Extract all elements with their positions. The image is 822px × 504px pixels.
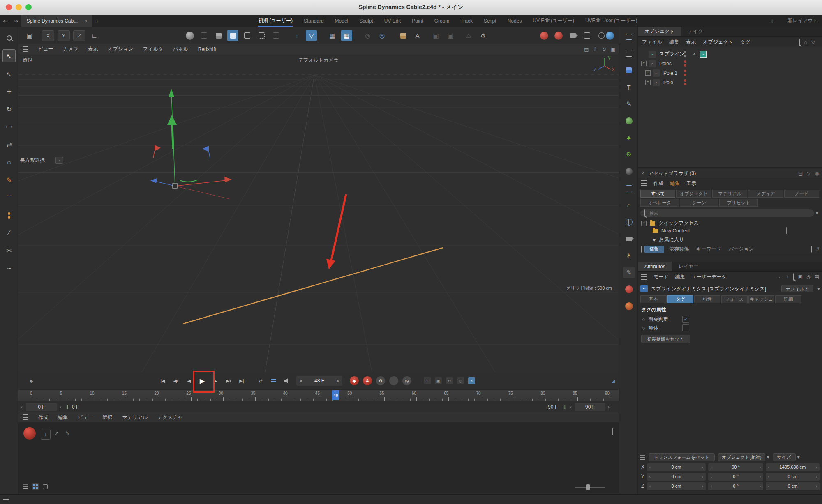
tweak-tool-icon[interactable]: ↖ (3, 68, 15, 80)
move-tool-icon[interactable]: + (3, 85, 15, 98)
render-view-icon[interactable] (184, 30, 195, 41)
range-end-increment-icon[interactable]: › (608, 403, 610, 411)
attr-tab-basic[interactable]: 基本 (640, 295, 667, 303)
object-mode-icon[interactable] (227, 30, 238, 41)
asset-folder-label[interactable]: お気に入り (659, 236, 684, 243)
ab-target-icon[interactable]: ◎ (815, 170, 819, 176)
material-menu-icon[interactable] (23, 414, 28, 420)
material-link-icon[interactable]: ↗ (55, 430, 59, 436)
menu-display[interactable]: 表示 (88, 46, 98, 53)
decrement-icon[interactable]: ‹ (766, 474, 772, 479)
object-row-spline[interactable]: ~ スプライン ✓ ~ (638, 49, 822, 59)
search-dropdown-icon[interactable]: ▾ (814, 210, 820, 216)
viewport-dock-icon[interactable]: ⇩ (593, 46, 598, 52)
rotation-x-field[interactable]: ‹ 90 ° › (708, 463, 763, 471)
rotate-tool-icon[interactable]: ↻ (3, 103, 15, 115)
set-transform-button[interactable]: トランスフォームをセット (649, 453, 715, 461)
edges-mode-icon[interactable] (256, 30, 267, 41)
axis-y-button[interactable]: Y (58, 30, 70, 41)
timeline-ruler[interactable]: 0 5 10 15 20 25 30 35 40 45 50 55 60 65 … (18, 389, 619, 401)
layout-tab-uvedit[interactable]: UV Edit (384, 15, 401, 27)
ab-tab-objects[interactable]: オブジェクト (676, 190, 711, 198)
light-object-icon[interactable]: ☀ (623, 250, 635, 261)
om-menu-tags[interactable]: タグ (740, 39, 750, 46)
menu-filter[interactable]: フィルタ (143, 46, 163, 53)
rigid-checkbox[interactable] (682, 324, 689, 331)
generator-gear-icon[interactable]: ⚙ (623, 149, 635, 160)
layout-tab-nodes[interactable]: Nodes (508, 15, 522, 27)
next-frame-button[interactable]: ▶ (210, 375, 221, 386)
attr-tab-tag[interactable]: タグ (667, 295, 694, 303)
ab-menu-edit[interactable]: 編集 (670, 180, 680, 187)
decrement-icon[interactable]: ‹ (647, 484, 653, 488)
live-selection-tool-icon[interactable]: ↖ (2, 49, 16, 62)
render-visibility-dot[interactable] (684, 64, 686, 67)
attr-tab-forces[interactable]: フォース (721, 295, 748, 303)
material-red-icon[interactable] (623, 283, 635, 295)
spline-pen-icon[interactable]: ✎ (3, 174, 15, 186)
asset-tree-row[interactable]: ♥ お気に入り (653, 236, 684, 243)
mini-timeline-button[interactable] (268, 375, 279, 386)
model-mode-icon[interactable] (213, 30, 224, 41)
menu-panel[interactable]: パネル (173, 46, 188, 53)
transform-menu-icon[interactable] (640, 455, 645, 460)
close-tab-icon[interactable]: × (84, 18, 87, 24)
preset-dropdown-icon[interactable]: ▾ (817, 286, 820, 292)
material-list-view-icon[interactable] (22, 483, 29, 490)
decrement-icon[interactable]: ‹ (766, 465, 772, 469)
viewport-reset-icon[interactable]: ↻ (602, 46, 606, 52)
object-name[interactable]: Pole (663, 80, 673, 85)
increment-icon[interactable]: › (757, 484, 763, 488)
expand-icon[interactable]: + (641, 61, 647, 66)
viewport-menu-icon[interactable] (23, 46, 28, 52)
lock-x-icon[interactable]: ▣ (430, 30, 441, 41)
record-position-icon[interactable]: + (424, 377, 431, 384)
size-dropdown[interactable]: サイズ (773, 453, 796, 461)
om-menu-objects[interactable]: オブジェクト (703, 39, 733, 46)
new-layout-button[interactable]: 新レイアウト (788, 15, 818, 27)
spline-dynamics-tag-icon[interactable]: ~ (700, 51, 707, 58)
status-menu-icon[interactable] (3, 497, 9, 502)
axis-modify-icon[interactable]: A (412, 30, 423, 41)
menu-redshift[interactable]: Redshift (198, 46, 216, 52)
increment-icon[interactable]: › (757, 474, 763, 479)
camera-label[interactable]: デフォルトカメラ (18, 57, 619, 64)
current-frame-field[interactable]: ◀ 48 F ▶ (296, 376, 342, 386)
material-manager[interactable]: + ↗ ✎ (18, 422, 619, 493)
search-input[interactable] (649, 210, 811, 216)
decrement-icon[interactable]: ‹ (708, 474, 714, 479)
ab-hash-icon[interactable]: # (816, 246, 819, 252)
minimize-window-button[interactable] (16, 4, 22, 10)
thumbnail-size-handle[interactable] (586, 484, 590, 490)
scale-tool-icon[interactable]: ⤢ (0, 118, 18, 136)
om-filter-icon[interactable]: ▽ (811, 39, 815, 45)
attr-target-icon[interactable]: ◎ (806, 274, 810, 280)
pencil-icon[interactable]: ✎ (623, 267, 635, 278)
snap-grid-icon[interactable]: ▦ (341, 30, 352, 41)
layout-tab-paint[interactable]: Paint (412, 15, 423, 27)
close-asset-browser-icon[interactable]: × (641, 170, 644, 176)
keyframe-diamond-icon[interactable]: ◆ (26, 375, 37, 386)
editor-visibility-dot[interactable] (684, 60, 686, 63)
points-mode-icon[interactable] (242, 30, 253, 41)
attr-tab-cache[interactable]: キャッシュ (748, 295, 775, 303)
material-menu-texture[interactable]: テクスチャ (157, 414, 182, 421)
tab-layers[interactable]: レイヤー (672, 262, 705, 271)
team-render-icon[interactable] (604, 30, 615, 41)
new-document-tab-button[interactable]: + (92, 18, 102, 24)
ab-tab-scenes[interactable]: シーン (680, 199, 718, 207)
render-settings-button[interactable] (553, 30, 564, 41)
hierarchy-down-icon[interactable]: ▽ (306, 30, 317, 41)
tab-attributes[interactable]: Attributes (638, 262, 672, 271)
material-big-view-icon[interactable] (42, 483, 48, 490)
attr-menu-mode[interactable]: モード (653, 274, 669, 281)
lock-workplane-icon[interactable]: ▣ (445, 30, 456, 41)
ab-menu-icon[interactable] (641, 180, 647, 186)
material-eyedropper-icon[interactable]: ✎ (65, 430, 69, 436)
time-clock-button[interactable]: ◷ (402, 376, 411, 385)
next-key-button[interactable]: ▶• (223, 375, 234, 386)
goto-end-button[interactable]: ▶| (236, 375, 247, 386)
record-scale-icon[interactable]: ▣ (435, 377, 442, 384)
om-menu-file[interactable]: ファイル (642, 39, 662, 46)
zoom-window-button[interactable] (25, 4, 32, 10)
